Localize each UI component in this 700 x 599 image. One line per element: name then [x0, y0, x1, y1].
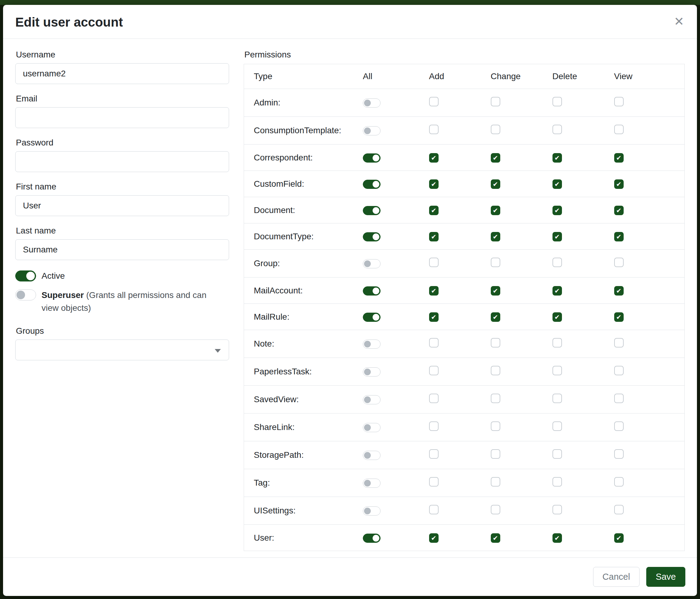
- permission-all-toggle[interactable]: [363, 206, 380, 215]
- permission-add-checkbox[interactable]: [429, 477, 439, 486]
- permission-add-checkbox[interactable]: ✔: [429, 232, 439, 241]
- permission-change-checkbox[interactable]: ✔: [491, 232, 500, 241]
- permission-change-checkbox[interactable]: [491, 393, 500, 403]
- permission-all-toggle[interactable]: [363, 98, 380, 107]
- first-name-input[interactable]: [15, 195, 229, 216]
- permission-delete-checkbox[interactable]: ✔: [552, 206, 562, 215]
- permission-add-checkbox[interactable]: ✔: [429, 533, 439, 543]
- groups-select[interactable]: [15, 339, 229, 360]
- edit-user-modal: Edit user account ✕ Username Email Passw…: [3, 5, 697, 596]
- permission-add-checkbox[interactable]: ✔: [429, 312, 439, 322]
- permission-all-toggle[interactable]: [363, 423, 380, 432]
- permission-add-checkbox[interactable]: ✔: [429, 206, 439, 215]
- permission-change-checkbox[interactable]: [491, 338, 500, 348]
- permission-view-checkbox[interactable]: [614, 338, 624, 348]
- permission-all-toggle[interactable]: [363, 232, 380, 241]
- permission-all-toggle[interactable]: [363, 395, 380, 404]
- permission-all-toggle[interactable]: [363, 479, 380, 488]
- permission-delete-checkbox[interactable]: [552, 422, 562, 431]
- username-input[interactable]: [15, 63, 229, 84]
- permission-all-toggle[interactable]: [363, 259, 380, 268]
- permission-view-checkbox[interactable]: ✔: [614, 206, 624, 215]
- permission-view-checkbox[interactable]: [614, 97, 624, 106]
- toggle-knob: [364, 341, 371, 348]
- permission-add-checkbox[interactable]: [429, 393, 439, 403]
- permission-view-checkbox[interactable]: ✔: [614, 179, 624, 189]
- permission-add-checkbox[interactable]: ✔: [429, 179, 439, 189]
- permission-add-checkbox[interactable]: ✔: [429, 286, 439, 295]
- save-button[interactable]: Save: [646, 567, 685, 587]
- permission-all-toggle[interactable]: [363, 506, 380, 516]
- permission-view-checkbox[interactable]: [614, 125, 624, 134]
- permission-view-checkbox[interactable]: [614, 505, 624, 514]
- toggle-knob: [364, 100, 371, 106]
- permission-delete-checkbox[interactable]: [552, 125, 562, 134]
- permission-view-checkbox[interactable]: ✔: [614, 153, 624, 163]
- permission-delete-checkbox[interactable]: ✔: [552, 286, 562, 295]
- permission-view-checkbox[interactable]: [614, 422, 624, 431]
- permission-delete-checkbox[interactable]: [552, 338, 562, 348]
- permission-delete-checkbox[interactable]: ✔: [552, 232, 562, 241]
- permission-delete-checkbox[interactable]: [552, 505, 562, 514]
- permission-view-checkbox[interactable]: ✔: [614, 286, 624, 295]
- permission-add-checkbox[interactable]: [429, 258, 439, 267]
- permission-delete-checkbox[interactable]: ✔: [552, 533, 562, 543]
- close-icon[interactable]: ✕: [674, 15, 684, 27]
- permission-delete-checkbox[interactable]: [552, 366, 562, 375]
- permission-delete-checkbox[interactable]: [552, 449, 562, 459]
- permission-delete-checkbox[interactable]: [552, 393, 562, 403]
- permission-add-checkbox[interactable]: [429, 366, 439, 375]
- superuser-toggle[interactable]: [15, 289, 36, 301]
- permission-change-checkbox[interactable]: ✔: [491, 153, 500, 163]
- cancel-button[interactable]: Cancel: [593, 567, 640, 587]
- permission-add-checkbox[interactable]: ✔: [429, 153, 439, 163]
- permission-all-toggle[interactable]: [363, 286, 380, 295]
- permission-delete-checkbox[interactable]: [552, 97, 562, 106]
- permission-view-checkbox[interactable]: ✔: [614, 232, 624, 241]
- email-input[interactable]: [15, 107, 229, 128]
- permission-view-checkbox[interactable]: [614, 393, 624, 403]
- permission-change-checkbox[interactable]: ✔: [491, 533, 500, 543]
- permission-add-checkbox[interactable]: [429, 97, 439, 106]
- permission-change-checkbox[interactable]: [491, 125, 500, 134]
- permission-view-checkbox[interactable]: [614, 366, 624, 375]
- permission-change-checkbox[interactable]: [491, 449, 500, 459]
- permission-change-checkbox[interactable]: [491, 258, 500, 267]
- permission-change-checkbox[interactable]: ✔: [491, 179, 500, 189]
- permission-change-checkbox[interactable]: [491, 422, 500, 431]
- password-input[interactable]: [15, 151, 229, 172]
- permission-change-checkbox[interactable]: [491, 97, 500, 106]
- permission-all-toggle[interactable]: [363, 339, 380, 349]
- permission-all-toggle[interactable]: [363, 153, 380, 163]
- permission-view-checkbox[interactable]: [614, 449, 624, 459]
- permission-change-checkbox[interactable]: ✔: [491, 312, 500, 322]
- permission-delete-checkbox[interactable]: [552, 477, 562, 486]
- permission-type-label: Correspondent:: [244, 145, 363, 171]
- permission-change-checkbox[interactable]: ✔: [491, 206, 500, 215]
- permission-add-checkbox[interactable]: [429, 422, 439, 431]
- permission-delete-checkbox[interactable]: ✔: [552, 153, 562, 163]
- permission-change-checkbox[interactable]: [491, 505, 500, 514]
- permission-add-checkbox[interactable]: [429, 338, 439, 348]
- permission-change-checkbox[interactable]: [491, 477, 500, 486]
- permission-all-toggle[interactable]: [363, 180, 380, 189]
- permission-view-checkbox[interactable]: [614, 477, 624, 486]
- permission-delete-checkbox[interactable]: ✔: [552, 179, 562, 189]
- permission-view-checkbox[interactable]: ✔: [614, 533, 624, 543]
- permission-view-checkbox[interactable]: ✔: [614, 312, 624, 322]
- permission-all-toggle[interactable]: [363, 126, 380, 136]
- permission-delete-checkbox[interactable]: ✔: [552, 312, 562, 322]
- permission-delete-checkbox[interactable]: [552, 258, 562, 267]
- permission-change-checkbox[interactable]: [491, 366, 500, 375]
- last-name-input[interactable]: [15, 239, 229, 260]
- permission-change-checkbox[interactable]: ✔: [491, 286, 500, 295]
- permission-add-checkbox[interactable]: [429, 125, 439, 134]
- permission-add-checkbox[interactable]: [429, 449, 439, 459]
- active-toggle[interactable]: [15, 270, 36, 282]
- permission-all-toggle[interactable]: [363, 313, 380, 322]
- permission-view-checkbox[interactable]: [614, 258, 624, 267]
- permission-all-toggle[interactable]: [363, 451, 380, 460]
- permission-all-toggle[interactable]: [363, 367, 380, 377]
- permission-all-toggle[interactable]: [363, 534, 380, 543]
- permission-add-checkbox[interactable]: [429, 505, 439, 514]
